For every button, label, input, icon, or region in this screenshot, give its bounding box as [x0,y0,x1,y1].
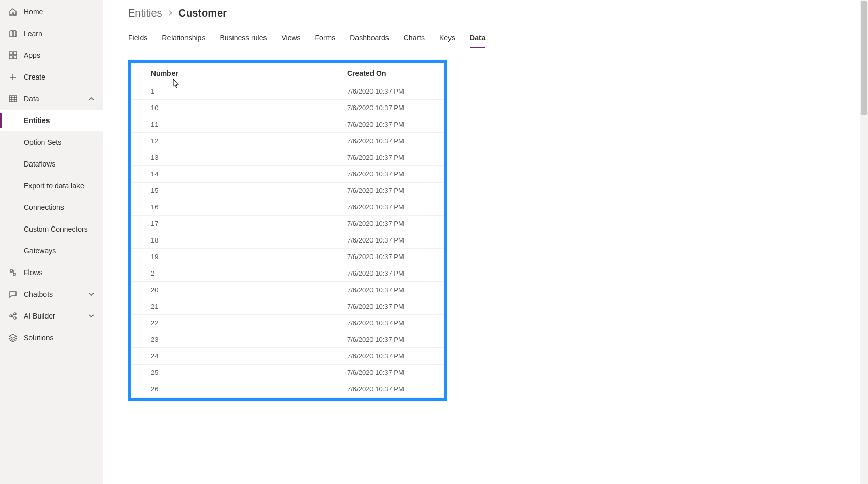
sidebar-item-flows[interactable]: Flows [0,262,103,283]
tab-fields[interactable]: Fields [128,31,147,48]
table-row[interactable]: 257/6/2020 10:37 PM [131,365,444,381]
cell-created: 7/6/2020 10:37 PM [347,265,444,282]
cell-created: 7/6/2020 10:37 PM [347,199,444,216]
scrollbar-thumb[interactable] [861,1,867,115]
cell-number: 12 [131,133,347,149]
column-header-number[interactable]: Number [131,63,347,83]
table-row[interactable]: 127/6/2020 10:37 PM [131,133,444,149]
cell-created: 7/6/2020 10:37 PM [347,83,444,100]
sidebar-item-entities[interactable]: Entities [0,110,103,131]
data-grid: Number Created On 17/6/2020 10:37 PM107/… [131,63,444,398]
sidebar-item-home[interactable]: Home [0,1,103,23]
table-row[interactable]: 237/6/2020 10:37 PM [131,331,444,348]
breadcrumb-parent[interactable]: Entities [128,7,162,19]
sidebar-item-label: Learn [24,29,42,38]
tab-views[interactable]: Views [281,31,300,48]
tab-keys[interactable]: Keys [439,31,455,48]
table-row[interactable]: 147/6/2020 10:37 PM [131,166,444,183]
cell-number: 16 [131,199,347,216]
sidebar-item-label: Connections [24,203,64,211]
tab-relationships[interactable]: Relationships [162,31,205,48]
main-content: Entities Customer FieldsRelationshipsBus… [103,0,868,484]
sidebar-item-dataflows[interactable]: Dataflows [0,153,103,175]
cell-number: 13 [131,149,347,166]
table-row[interactable]: 267/6/2020 10:37 PM [131,381,444,398]
flow-icon [8,268,18,277]
plus-icon [8,72,18,82]
cell-number: 2 [131,265,347,282]
table-row[interactable]: 107/6/2020 10:37 PM [131,100,444,116]
cell-created: 7/6/2020 10:37 PM [347,133,444,149]
chevron-down-icon [88,313,95,319]
cell-created: 7/6/2020 10:37 PM [347,249,444,265]
cell-created: 7/6/2020 10:37 PM [347,183,444,199]
tab-business-rules[interactable]: Business rules [220,31,267,48]
svg-rect-2 [9,56,12,59]
cell-created: 7/6/2020 10:37 PM [347,365,444,381]
table-row[interactable]: 197/6/2020 10:37 PM [131,249,444,265]
table-row[interactable]: 247/6/2020 10:37 PM [131,348,444,365]
table-row[interactable]: 217/6/2020 10:37 PM [131,298,444,315]
tab-data[interactable]: Data [470,31,485,48]
sidebar-item-chatbots[interactable]: Chatbots [0,283,103,305]
sidebar-item-label: Create [24,73,45,81]
table-row[interactable]: 17/6/2020 10:37 PM [131,83,444,100]
column-header-created-label: Created On [347,69,386,78]
book-icon [8,29,18,38]
sidebar-item-data[interactable]: Data [0,88,103,110]
entity-tabs: FieldsRelationshipsBusiness rulesViewsFo… [128,31,843,49]
cell-number: 14 [131,166,347,183]
sidebar-item-gateways[interactable]: Gateways [0,240,103,262]
cell-created: 7/6/2020 10:37 PM [347,348,444,365]
sidebar-item-aibuilder[interactable]: AI Builder [0,305,103,327]
sidebar-item-apps[interactable]: Apps [0,44,103,66]
cell-created: 7/6/2020 10:37 PM [347,149,444,166]
cell-number: 26 [131,381,347,398]
sidebar-item-solutions[interactable]: Solutions [0,327,103,349]
table-icon [8,94,18,103]
cell-number: 25 [131,365,347,381]
sidebar-item-label: Data [24,95,39,103]
chevron-up-icon [88,96,95,102]
sidebar-item-create[interactable]: Create [0,66,103,88]
ai-icon [8,311,18,321]
cell-created: 7/6/2020 10:37 PM [347,282,444,298]
cell-number: 1 [131,83,347,100]
table-row[interactable]: 27/6/2020 10:37 PM [131,265,444,282]
column-header-created[interactable]: Created On [347,63,444,83]
sidebar-item-label: AI Builder [24,312,55,320]
cell-number: 20 [131,282,347,298]
sidebar-item-learn[interactable]: Learn [0,23,103,44]
svg-point-5 [10,315,12,317]
sidebar-item-export-data-lake[interactable]: Export to data lake [0,175,103,196]
tab-dashboards[interactable]: Dashboards [350,31,389,48]
svg-rect-0 [9,52,12,55]
table-row[interactable]: 177/6/2020 10:37 PM [131,216,444,232]
svg-rect-1 [13,52,17,55]
cell-number: 23 [131,331,347,348]
cell-number: 21 [131,298,347,315]
table-row[interactable]: 137/6/2020 10:37 PM [131,149,444,166]
sidebar-item-label: Flows [24,268,43,277]
cell-number: 10 [131,100,347,116]
column-header-number-label: Number [151,69,178,78]
cell-number: 17 [131,216,347,232]
tab-charts[interactable]: Charts [404,31,425,48]
cell-created: 7/6/2020 10:37 PM [347,116,444,133]
sidebar-item-custom-connectors[interactable]: Custom Connectors [0,218,103,240]
svg-point-7 [14,317,16,319]
sidebar-item-connections[interactable]: Connections [0,196,103,218]
cell-created: 7/6/2020 10:37 PM [347,298,444,315]
sidebar-item-label: Chatbots [24,290,53,298]
scrollbar[interactable] [860,0,868,484]
layers-icon [8,333,18,342]
table-row[interactable]: 187/6/2020 10:37 PM [131,232,444,249]
tab-forms[interactable]: Forms [315,31,336,48]
sidebar-item-option-sets[interactable]: Option Sets [0,131,103,153]
table-row[interactable]: 227/6/2020 10:37 PM [131,315,444,331]
table-row[interactable]: 157/6/2020 10:37 PM [131,183,444,199]
table-row[interactable]: 167/6/2020 10:37 PM [131,199,444,216]
sidebar-item-label: Home [24,8,43,16]
table-row[interactable]: 117/6/2020 10:37 PM [131,116,444,133]
table-row[interactable]: 207/6/2020 10:37 PM [131,282,444,298]
